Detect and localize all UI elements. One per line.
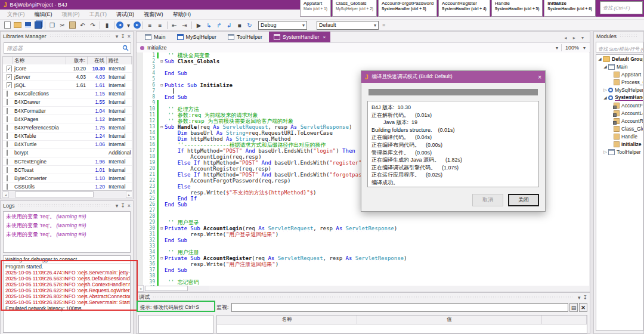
menu-item[interactable]: 文件(F) — [2, 11, 30, 18]
chevron-down-icon[interactable]: ▾ — [116, 203, 119, 209]
close-icon[interactable]: × — [538, 74, 541, 81]
step-over-icon[interactable]: ↱ — [214, 21, 224, 30]
checkbox[interactable] — [7, 108, 8, 114]
nav-back-icon[interactable]: ◂ — [116, 21, 123, 29]
code-line[interactable]: 36 resp.Write("用户注册返回结果") — [137, 261, 589, 267]
breakpoint-gutter[interactable] — [137, 112, 143, 118]
collapse-icon[interactable]: ◢ — [597, 57, 602, 61]
save-all-icon[interactable] — [33, 21, 43, 30]
breakpoint-gutter[interactable] — [137, 255, 143, 261]
breakpoint-gutter[interactable] — [137, 267, 143, 273]
library-row[interactable]: ByteConverter1.10Internal — [3, 174, 132, 183]
run-icon[interactable]: ▶ — [194, 21, 204, 30]
editor-horizontal-scrollbar[interactable]: ◂ — [137, 286, 209, 291]
breakpoint-gutter[interactable] — [137, 261, 143, 267]
fold-marker[interactable]: ⊟ — [159, 82, 165, 88]
paste-icon[interactable] — [67, 21, 78, 30]
expand-icon[interactable]: ▷ — [603, 88, 608, 92]
comment-icon[interactable]: ≡ — [145, 21, 155, 30]
library-filter-input[interactable] — [4, 45, 122, 51]
library-row[interactable]: bcryptAdditional — [3, 149, 132, 157]
editor-zoom-value[interactable]: 100% — [565, 45, 579, 51]
checkbox[interactable]: ✓ — [7, 66, 12, 72]
chevron-down-icon[interactable]: ▾ — [578, 295, 581, 301]
library-row[interactable]: B4XTurtle1.06Internal — [3, 141, 132, 149]
breakpoint-gutter[interactable] — [137, 70, 143, 76]
breakpoint-gutter[interactable] — [137, 249, 143, 255]
code-line[interactable]: 38 — [137, 273, 589, 279]
debug-mode-combo[interactable]: Debug ▾ — [258, 21, 307, 30]
breakpoint-gutter[interactable] — [137, 142, 143, 148]
breakpoint-gutter[interactable] — [137, 64, 143, 70]
breakpoint-gutter[interactable] — [137, 208, 143, 214]
cancel-button[interactable]: 取消 — [472, 194, 503, 206]
library-row[interactable]: ✓jCore10.2010.30Internal — [3, 64, 132, 73]
breakpoint-gutter[interactable] — [137, 190, 143, 196]
library-row[interactable]: ✓jServer4.034.03Internal — [3, 73, 132, 81]
fold-marker[interactable]: ⊟ — [159, 225, 165, 231]
code-line[interactable]: 28 — [137, 214, 589, 219]
checkbox[interactable] — [7, 159, 8, 165]
scrollbar-thumb[interactable] — [15, 191, 94, 197]
code-line[interactable]: 37End Sub — [137, 267, 589, 273]
bookmark-tab[interactable]: InitializeSystemHandler (ctrl + 6) — [544, 0, 596, 17]
chevron-down-icon[interactable]: ▾ — [116, 33, 119, 39]
code-line[interactable]: 33 — [137, 243, 589, 249]
nav-dropdown-icon[interactable]: ▾ — [123, 21, 134, 30]
fold-marker[interactable]: ⊟ — [159, 58, 165, 64]
watch-column-header[interactable]: 名称 — [217, 316, 357, 324]
scrollbar-thumb[interactable] — [145, 286, 188, 291]
nav-forward-icon[interactable]: ▸ — [134, 21, 141, 29]
tree-item-class-globals[interactable]: Class_Globals — [596, 125, 643, 132]
checkbox[interactable]: ✓ — [7, 82, 12, 88]
paste-watch-button[interactable]: ▤ — [569, 303, 578, 312]
breakpoint-gutter[interactable] — [137, 231, 143, 237]
pin-icon[interactable]: ↧ — [120, 33, 125, 39]
close-icon[interactable]: × — [323, 35, 326, 40]
stop-icon[interactable]: ■ — [234, 21, 244, 30]
bookmark-icon[interactable]: ▮ — [102, 21, 112, 30]
tree-item-initialize[interactable]: Initialize — [596, 140, 643, 148]
chevron-down-icon[interactable]: ▾ — [556, 45, 558, 51]
pin-icon[interactable]: ↧ — [120, 203, 125, 209]
bookmark-tab[interactable]: Class_GlobalsMySqlHelper (ctrl + 2) — [332, 0, 377, 17]
open-icon[interactable] — [13, 21, 23, 30]
uncomment-icon[interactable]: ≡ — [155, 21, 165, 30]
breakpoint-gutter[interactable] — [137, 279, 143, 285]
sub-navigation-bar[interactable]: Initialize ▾ 100% ▾ — [137, 42, 590, 53]
checkbox[interactable] — [7, 133, 8, 139]
checkbox[interactable] — [7, 167, 8, 173]
checkbox[interactable] — [7, 175, 8, 181]
breakpoint-gutter[interactable] — [137, 172, 143, 178]
code-line[interactable]: 1 '' 模块全局变量 — [137, 52, 589, 58]
library-row[interactable]: B4XDrawer1.55Internal — [3, 98, 132, 107]
dialog-title-bar[interactable]: J 编译且快速调试模式 (Build: Default) × — [361, 71, 545, 83]
breakpoint-gutter[interactable] — [137, 106, 143, 112]
fold-marker[interactable]: ⊟ — [159, 255, 165, 261]
library-row[interactable]: B4XPages1.12Internal — [3, 115, 132, 123]
checkbox[interactable] — [7, 116, 8, 122]
chevron-down-icon[interactable]: ▾ — [583, 45, 586, 51]
new-icon[interactable] — [2, 21, 13, 30]
code-line[interactable]: 30⊟Private Sub AccountLogin(req As Servl… — [137, 225, 589, 231]
code-line[interactable]: 39 '' 忘记密码 — [137, 279, 589, 285]
breakpoint-gutter[interactable] — [137, 130, 143, 136]
cut-icon[interactable]: ✂ — [57, 21, 67, 30]
step-out-icon[interactable]: ↲ — [224, 21, 234, 30]
expand-icon[interactable]: ▷ — [603, 150, 608, 154]
breakpoint-gutter[interactable] — [137, 237, 143, 243]
checkbox[interactable]: ✓ — [7, 74, 12, 80]
outdent-icon[interactable]: ⇥ — [179, 21, 190, 30]
code-line[interactable]: 2⊟Sub Class_Globals — [137, 58, 589, 64]
editor-tab-main[interactable]: Main — [140, 32, 171, 42]
tree-item-accountforgotpassword[interactable]: AccountForgotPassword — [596, 101, 643, 109]
breakpoint-gutter[interactable] — [137, 243, 143, 249]
tree-item-default-group[interactable]: ◢Default Group — [596, 55, 643, 63]
toolbar-overflow-icon[interactable]: ≡ — [382, 22, 385, 28]
library-row[interactable]: B4XTable1.24Internal — [3, 132, 132, 141]
menu-item[interactable]: 工具(T) — [85, 11, 112, 18]
code-line[interactable]: 3 — [137, 64, 589, 70]
breakpoint-gutter[interactable] — [137, 160, 143, 166]
library-horizontal-scrollbar[interactable]: ◂ ▸ — [2, 191, 132, 197]
tree-item-accountlogin[interactable]: AccountLogin — [596, 109, 643, 117]
